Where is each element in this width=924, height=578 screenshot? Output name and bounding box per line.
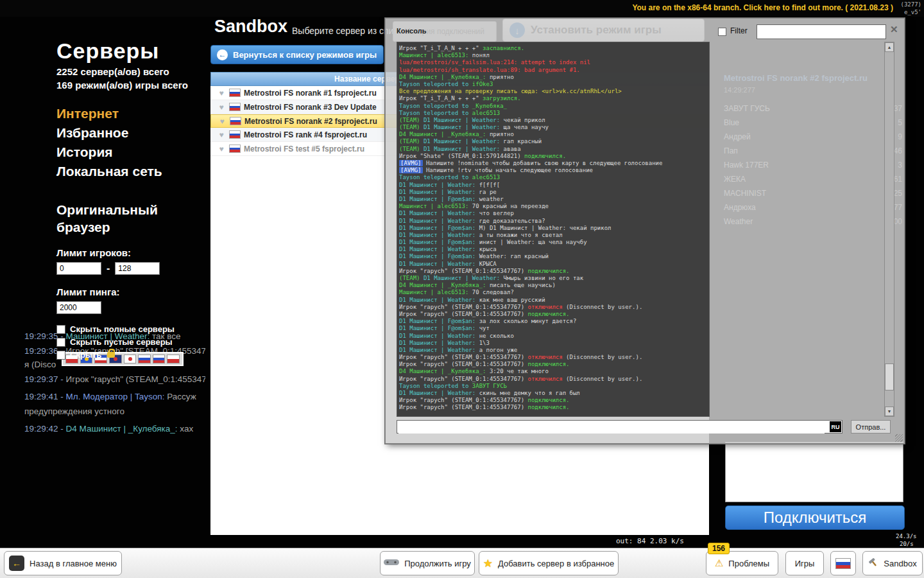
star-icon: ★ (483, 557, 493, 570)
console-line: Tayson teleported to ЗАВУТ ГУСЬ (399, 383, 707, 390)
bottom-bar: ← Назад в главное меню Продолжить игру ★… (0, 548, 924, 578)
console-line: [AVMG] Напишите !rtv чтобы начать следую… (399, 167, 707, 174)
game-server-browser-screen: You are on the x86-64 branch. Click here… (0, 0, 924, 578)
russia-flag-icon (836, 559, 850, 568)
checkbox-label: Скрыть (70, 350, 101, 360)
console-line: Игрок "rapych" (STEAM_0:1:455347767) под… (399, 361, 707, 368)
console-line: D1 Машинист | F@om$an: Weather: гап крас… (399, 253, 707, 260)
sandbox-label: Sandbox (884, 559, 916, 568)
console-line: D1 Машинист | F@om$an: чут (399, 325, 707, 332)
sidebar-item-lan[interactable]: Локальная сеть (56, 164, 210, 179)
console-line: D1 Машинист | Weather: 1\3 (399, 340, 707, 347)
scroll-down-button[interactable]: ▼ (885, 407, 894, 416)
input-language-indicator: RU (830, 421, 841, 432)
favorite-heart-icon: ♥ (217, 130, 226, 139)
filter-checkbox-row: Скрыть полные серверы (56, 324, 210, 334)
console-line: (TEAM) D1 Машинист | Weather: ща чела на… (399, 124, 707, 131)
original-browser-button[interactable]: Оригинальный браузер (56, 201, 166, 236)
russia-flag-icon (230, 118, 241, 125)
favorite-heart-icon: ♥ (217, 89, 226, 98)
netgraph-rate-top: 24.3/s (896, 533, 917, 539)
back-to-gamemodes-button[interactable]: ← Вернуться к списку режимов игры (210, 45, 384, 64)
console-line: D1 Машинист | Weather: где доказательств… (399, 218, 707, 225)
console-line: D1 Машинист | Weather: а погон уже (399, 347, 707, 354)
scrollbar-thumb[interactable] (885, 363, 894, 390)
console-line: D1 Машинист | Weather: что веглер (399, 210, 707, 217)
console-input-wrap: RU (397, 420, 843, 434)
sidebar-item-history[interactable]: История (56, 144, 210, 160)
console-line: (TEAM) D1 Машинист | Weather: Чмырь изви… (399, 275, 707, 282)
console-window: Консоль Filter ✕ Игрок "T_i_T_A_N + + +"… (385, 18, 905, 444)
resume-game-label: Продолжить игру (404, 559, 471, 568)
console-line: [AVMG] Напишите !nominate чтобы добавить… (399, 160, 707, 167)
add-favorite-button[interactable]: ★ Добавить сервер в избранное (479, 551, 619, 575)
filter-input[interactable] (757, 24, 886, 39)
problems-button[interactable]: ⚠ Проблемы (706, 551, 778, 575)
back-to-main-menu-label: Назад в главное меню (30, 559, 117, 568)
console-line: (TEAM) D1 Машинист | Weather: авава (399, 146, 707, 153)
player-limit-min-input[interactable] (56, 262, 101, 275)
server-name: Metrostroi FS norank #1 fsproject.ru (244, 89, 377, 98)
checkbox-label: Скрыть полные серверы (70, 324, 175, 334)
console-line: lua/metrostroi/sv_failsim.lua:214: attem… (399, 59, 707, 66)
console-output: Игрок "T_i_T_A_N + + +" заспавнился.Маши… (397, 42, 710, 417)
console-line: D4 Машинист | _Кулебяка_: писать еще нау… (399, 282, 707, 289)
close-icon[interactable]: ✕ (890, 24, 898, 35)
ping-limit-input[interactable] (56, 301, 101, 314)
console-line: D1 Машинист | Weather: а ты покажи что я… (399, 232, 707, 239)
player-limit-label: Лимит игроков: (56, 247, 210, 258)
console-line: Машинист | alec6513: 70 следовал? (399, 289, 707, 296)
checkbox-2[interactable] (56, 338, 65, 347)
filter-label: Filter (730, 26, 748, 35)
chat-line: 19:29:42 - D4 Машинист | _Кулебяка_: хах (24, 424, 193, 434)
back-arrow-icon: ← (217, 49, 228, 60)
player-limit-max-input[interactable] (115, 262, 160, 275)
add-favorite-label: Добавить сервер в избранное (498, 559, 614, 568)
sidebar-item-favorites[interactable]: Избранное (56, 125, 210, 141)
back-to-main-menu-button[interactable]: ← Назад в главное меню (4, 551, 122, 575)
console-line: lua/metrostroi/sh_translate.lua:89: bad … (399, 67, 707, 74)
problems-label: Проблемы (728, 559, 769, 568)
branch-notice-link[interactable]: You are on the x86-64 branch. Click here… (632, 3, 893, 12)
resize-grip[interactable] (895, 434, 903, 442)
console-line: D1 Машинист | Weather: КРЫСА (399, 261, 707, 268)
console-send-button[interactable]: Отправ... (851, 420, 891, 434)
sandbox-gamemode-button[interactable]: Sandbox (862, 551, 923, 575)
russia-flag-icon (230, 89, 240, 96)
favorite-heart-icon: ♥ (217, 103, 226, 112)
games-button[interactable]: Игры (785, 551, 824, 575)
console-line: Игрок "rapych" (STEAM_0:1:455347767) отк… (399, 304, 707, 311)
favorite-heart-icon: ♥ (218, 117, 227, 126)
console-line: Tayson teleported to alec6513 (399, 110, 707, 117)
console-line: Игрок "rapych" (STEAM_0:1:455347767) под… (399, 397, 707, 404)
range-dash: - (107, 263, 110, 274)
console-line: D1 Машинист | Weather: f[f[f[ (399, 182, 707, 189)
lock-icon (107, 352, 115, 358)
filter-checkbox-row: Скрыть пустые серверы (56, 337, 210, 347)
console-line: D1 Машинист | Weather: как мне ваш русск… (399, 297, 707, 304)
sidebar-item-internet[interactable]: Интернет (56, 106, 210, 121)
checkbox-3[interactable] (56, 351, 65, 360)
console-line: Tayson teleported to alec6513 (399, 174, 707, 181)
scroll-up-button[interactable]: ▲ (885, 42, 894, 52)
back-to-gamemodes-label: Вернуться к списку режимов игры (233, 50, 377, 60)
console-line: D1 Машинист | Weather: крыса (399, 246, 707, 253)
console-command-input[interactable] (398, 421, 825, 434)
server-name: Metrostroi FS norank #2 fsproject.ru (244, 117, 377, 126)
server-name: Metrostroi FS norank #3 Dev Update (244, 103, 377, 112)
console-line: D4 Машинист | _Кулебяка_: приятно (399, 131, 707, 138)
resume-game-button[interactable]: Продолжить игру (380, 551, 475, 575)
console-line: D1 Машинист | F@om$an: weather (399, 196, 707, 203)
checkbox-1[interactable] (56, 325, 65, 334)
console-line: Tayson teleported to _Кулебяка_ (399, 103, 707, 110)
language-flag-button[interactable] (830, 551, 856, 575)
sidebar-checkboxes: Скрыть полные серверыСкрыть пустые серве… (56, 324, 210, 360)
console-line: Игрок "rapych" (STEAM_0:1:455347767) под… (399, 268, 707, 275)
console-scrollbar[interactable]: ▲ ▼ (884, 42, 894, 417)
connect-button[interactable]: Подключиться (725, 505, 905, 530)
filter-checkbox[interactable] (718, 28, 726, 36)
games-label: Игры (795, 559, 815, 568)
server-name: Metrostroi FS test #5 fsproject.ru (244, 144, 364, 153)
console-line: Все предложения на проверку писать сюда:… (399, 88, 707, 95)
problems-count-badge: 156 (708, 543, 730, 554)
